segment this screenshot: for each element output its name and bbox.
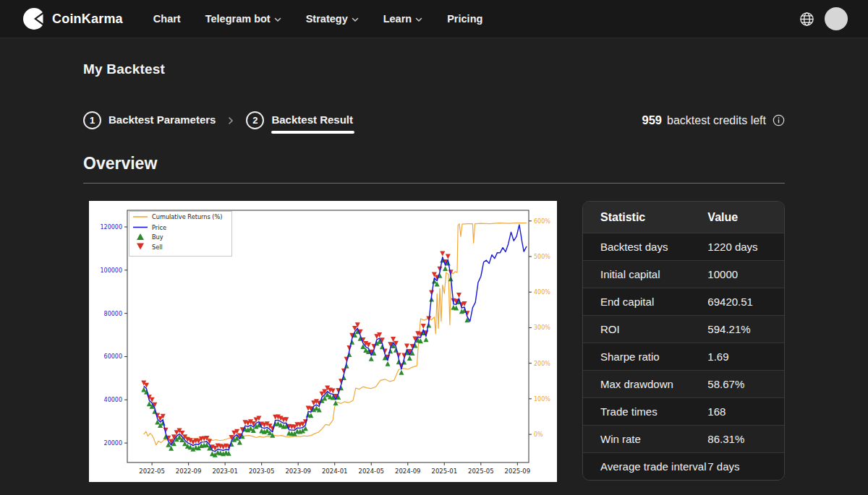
overview-body: 2022-052022-092023-012023-052023-092024-… [83,201,785,482]
stat-value: 1220 days [707,233,784,261]
user-avatar[interactable] [825,7,848,30]
language-globe-icon[interactable] [799,12,814,27]
svg-text:2025-01: 2025-01 [432,468,458,475]
svg-text:2024-05: 2024-05 [358,468,384,475]
section-divider [83,183,785,184]
backtest-chart-svg: 2022-052022-092023-012023-052023-092024-… [89,201,557,482]
stat-label: Win rate [583,426,707,453]
nav-item-pricing[interactable]: Pricing [447,13,482,25]
stat-value: 7 days [707,453,784,481]
stat-label: Initial capital [583,261,707,288]
stat-value: 1.69 [707,343,784,371]
svg-text:400%: 400% [534,289,550,296]
stat-label: Sharpe ratio [583,343,707,371]
svg-text:Buy: Buy [152,233,163,241]
svg-text:2023-09: 2023-09 [285,468,311,475]
stat-value: 69420.51 [707,288,784,316]
statistics-table: Statistic Value Backtest days1220 daysIn… [583,202,784,480]
table-row: Average trade interval7 days [583,453,784,481]
stepper: 1 Backtest Parameters 2 Backtest Result [83,111,353,129]
table-row: Win rate86.31% [583,426,784,453]
credits-label: backtest credits left [667,114,766,127]
stat-label: Average trade interval [583,453,707,481]
svg-text:2023-05: 2023-05 [249,468,275,475]
svg-text:2024-01: 2024-01 [322,468,348,475]
stat-label: Max drawdown [583,371,707,398]
step-backtest-parameters[interactable]: 1 Backtest Parameters [83,111,216,129]
svg-text:2022-05: 2022-05 [139,468,165,475]
svg-text:2024-09: 2024-09 [395,468,421,475]
svg-text:200%: 200% [534,361,550,367]
nav-item-chart[interactable]: Chart [153,13,181,25]
credits-count: 959 [642,113,663,127]
svg-text:40000: 40000 [104,397,122,403]
svg-text:60000: 60000 [104,353,122,360]
backtest-credits: 959 backtest credits left [642,113,785,127]
svg-text:Price: Price [152,224,166,231]
svg-text:500%: 500% [534,254,550,260]
step-2-label: Backtest Result [271,113,353,127]
brand[interactable]: CoinKarma [23,8,123,30]
column-header-statistic: Statistic [583,202,707,233]
svg-text:2023-01: 2023-01 [212,468,238,475]
step-2-circle: 2 [246,111,264,129]
stat-value: 594.21% [707,316,784,343]
svg-text:300%: 300% [534,324,550,331]
section-title-overview: Overview [83,154,785,173]
chevron-right-icon [227,116,234,125]
table-row: End capital69420.51 [583,288,784,316]
nav-item-learn[interactable]: Learn [383,13,423,25]
table-header-row: Statistic Value [583,202,784,233]
svg-text:100000: 100000 [100,267,122,274]
nav-right [799,7,848,30]
stat-value: 168 [707,398,784,426]
navbar: CoinKarma ChartTelegram botStrategyLearn… [0,0,868,38]
stat-value: 10000 [707,261,784,288]
step-backtest-result[interactable]: 2 Backtest Result [246,111,353,129]
stat-value: 86.31% [707,426,784,453]
stat-label: End capital [583,288,707,316]
svg-text:Sell: Sell [152,244,163,251]
stepper-row: 1 Backtest Parameters 2 Backtest Result … [83,111,785,129]
svg-text:100%: 100% [534,396,550,403]
table-row: Sharpe ratio1.69 [583,343,784,371]
step-1-circle: 1 [83,111,101,129]
stat-value: 58.67% [707,371,784,398]
table-row: Max drawdown58.67% [583,371,784,398]
coinkarma-logo-icon [23,8,45,30]
page-title: My Backtest [83,61,785,77]
nav-item-telegram-bot[interactable]: Telegram bot [205,13,281,25]
backtest-chart: 2022-052022-092023-012023-052023-092024-… [89,201,557,482]
svg-text:600%: 600% [534,218,550,225]
column-header-value: Value [707,202,784,233]
stat-label: ROI [583,316,707,343]
brand-name: CoinKarma [52,12,123,27]
statistics-panel: Statistic Value Backtest days1220 daysIn… [582,201,785,481]
svg-text:2025-09: 2025-09 [505,468,531,475]
chevron-down-icon [274,17,281,22]
page-content: My Backtest 1 Backtest Parameters 2 Back… [83,61,785,482]
main-nav: ChartTelegram botStrategyLearnPricing [153,13,799,25]
step-1-label: Backtest Parameters [109,113,216,127]
svg-text:80000: 80000 [104,311,122,317]
stat-label: Backtest days [583,233,707,261]
svg-text:0%: 0% [534,431,543,438]
table-row: Trade times168 [583,398,784,426]
table-row: Backtest days1220 days [583,233,784,261]
svg-text:20000: 20000 [104,440,122,447]
svg-text:Cumulative Returns (%): Cumulative Returns (%) [152,213,223,220]
svg-text:2022-09: 2022-09 [176,468,202,475]
table-row: Initial capital10000 [583,261,784,288]
chevron-down-icon [352,17,359,22]
svg-text:120000: 120000 [100,224,122,231]
stat-label: Trade times [583,398,707,426]
table-row: ROI594.21% [583,316,784,343]
svg-text:2025-05: 2025-05 [468,468,494,475]
info-icon[interactable] [773,114,785,126]
nav-item-strategy[interactable]: Strategy [306,13,359,25]
chevron-down-icon [415,17,422,22]
